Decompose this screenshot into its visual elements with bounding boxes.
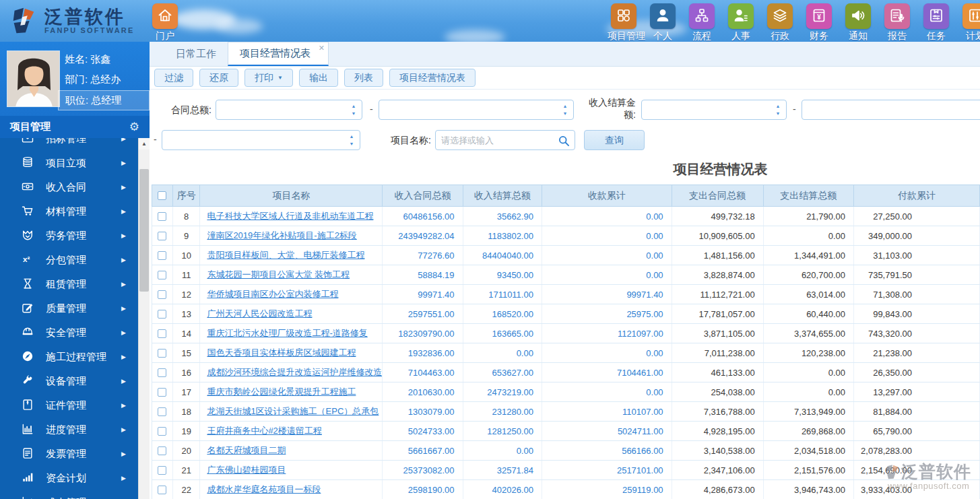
select-all-checkbox[interactable]	[158, 191, 166, 200]
row-checkbox[interactable]	[158, 427, 166, 436]
module-项目管理[interactable]: 项目管理	[608, 3, 640, 42]
income-contract-cell: 58884.19	[383, 265, 463, 285]
sidebar-item-施工过程管理[interactable]: 施工过程管理▶	[0, 345, 138, 369]
profile-title[interactable]: 职位: 总经理	[58, 90, 150, 110]
module-行政[interactable]: 行政	[764, 3, 796, 42]
row-checkbox[interactable]	[158, 486, 166, 494]
module-人事[interactable]: 人事	[725, 3, 757, 42]
sidebar-item-收入合同[interactable]: 收入合同▶	[0, 175, 138, 199]
project-name-link[interactable]: 王府井商务中心#2楼遗留工程	[200, 422, 383, 441]
project-name-link[interactable]: 名都天府城项目二期	[200, 441, 383, 461]
project-name-link[interactable]: 重庆江北污水处理厂级改造工程-道路修复	[200, 324, 383, 343]
sidebar-item-质量管理[interactable]: 质量管理▶	[0, 296, 138, 321]
gear-icon[interactable]: ⚙	[129, 120, 139, 134]
row-checkbox[interactable]	[158, 232, 166, 240]
search-icon[interactable]	[557, 134, 570, 147]
row-checkbox[interactable]	[158, 407, 166, 416]
scrollbar-thumb[interactable]	[139, 169, 149, 292]
restore-button[interactable]: 还原	[199, 69, 238, 87]
report-view-button[interactable]: 项目经营情况表	[389, 69, 476, 87]
project-name-link[interactable]: 国色天香项目实体样板房区域园建工程	[200, 343, 383, 363]
paid-cell: 65,790.00	[853, 422, 979, 441]
export-button[interactable]: 输出	[299, 69, 338, 87]
scrollbar-up-icon[interactable]: ▲	[139, 138, 150, 149]
income-settled-cell: 1183802.00	[463, 226, 542, 246]
project-name-link[interactable]: 潼南区2019年绿化补贴项目-施工2标段	[200, 226, 383, 246]
sidebar-item-安全管理[interactable]: 安全管理▶	[0, 321, 138, 345]
project-name-link[interactable]: 贵阳项目样板间、大堂、电梯厅装修工程	[200, 246, 383, 265]
tab-项目经营情况表[interactable]: 项目经营情况表✕	[228, 42, 329, 66]
table-row: 12华侨城项目南区办公室内装修工程99971.401711011.0099971…	[152, 285, 980, 304]
module-报告[interactable]: 报告	[881, 3, 913, 42]
project-name-link[interactable]: 电子科技大学区域人行道及非机动车道工程	[200, 207, 383, 226]
sidebar-item-发票管理[interactable]: 发票管理▶	[0, 442, 138, 466]
received-cell: 0.00	[542, 226, 672, 246]
contract-total-max-input[interactable]: ▲▼	[379, 100, 574, 120]
contract-total-min-input[interactable]: ▲▼	[216, 100, 362, 120]
chevron-right-icon: ▶	[121, 402, 126, 409]
table-row: 9潼南区2019年绿化补贴项目-施工2标段243949282.041183802…	[152, 226, 980, 246]
expense-settled-cell: 0.00	[763, 226, 853, 246]
income-settle-max-input[interactable]	[802, 100, 980, 120]
row-select-cell	[152, 265, 173, 285]
sidebar-item-劳务管理[interactable]: 劳务管理▶	[0, 224, 138, 248]
spinner-icon[interactable]: ▲▼	[347, 133, 356, 147]
module-label: 报告	[881, 30, 913, 42]
list-button[interactable]: 列表	[344, 69, 383, 87]
project-name-link[interactable]: 华侨城项目南区办公室内装修工程	[200, 285, 383, 304]
table-header-row: 序号 项目名称 收入合同总额 收入结算总额 收款累计 支出合同总额 支出结算总额…	[152, 185, 980, 207]
row-select-cell	[152, 324, 173, 343]
project-name-link[interactable]: 广州天河人民公园改造工程	[200, 304, 383, 324]
sidebar-scrollbar[interactable]: ▲	[138, 138, 150, 499]
project-name-link[interactable]: 东城花园一期项目公寓大堂 装饰工程	[200, 265, 383, 285]
print-button[interactable]: 打印▼	[244, 69, 293, 87]
module-个人[interactable]: 个人	[647, 3, 679, 42]
project-name-link[interactable]: 成都水岸华庭名苑项目一标段	[200, 480, 383, 499]
tab-日常工作[interactable]: 日常工作	[164, 42, 228, 66]
sidebar-item-项目立项[interactable]: 项目立项▶	[0, 151, 138, 175]
received-cell: 5024711.00	[542, 422, 672, 441]
row-checkbox[interactable]	[158, 212, 166, 221]
query-button[interactable]: 查询	[584, 130, 645, 150]
spinner-icon[interactable]: ▲▼	[349, 102, 358, 117]
sidebar-item-租赁管理[interactable]: 租赁管理▶	[0, 272, 138, 296]
sidebar-item-成本管理[interactable]: 成本管理▶	[0, 490, 138, 499]
income-settled-cell: 2473219.00	[463, 382, 542, 402]
row-checkbox[interactable]	[158, 310, 166, 319]
spinner-icon[interactable]: ▲▼	[773, 102, 783, 117]
row-checkbox[interactable]	[158, 290, 166, 299]
portal-button[interactable]: 门户	[150, 3, 180, 42]
row-checkbox[interactable]	[158, 329, 166, 338]
sidebar-item-分包管理[interactable]: x²分包管理▶	[0, 248, 138, 272]
project-name-link[interactable]: 广东佛山碧桂园项目	[200, 461, 383, 480]
sidebar-item-资金计划[interactable]: 资金计划▶	[0, 466, 138, 490]
row-checkbox[interactable]	[158, 446, 166, 455]
sidebar-item-材料管理[interactable]: 材料管理▶	[0, 199, 138, 224]
row-checkbox[interactable]	[158, 349, 166, 358]
sidebar-item-招标管理[interactable]: 招标管理▶	[0, 138, 138, 151]
close-icon[interactable]: ✕	[319, 44, 325, 53]
project-name-link[interactable]: 龙湖天街城1区设计采购施工（EPC）总承包	[200, 402, 383, 422]
project-name-link[interactable]: 重庆市鹅岭公园绿化景观提升工程施工	[200, 382, 383, 402]
project-name-input[interactable]	[435, 130, 575, 150]
row-checkbox[interactable]	[158, 466, 166, 475]
sidebar-item-设备管理[interactable]: 设备管理▶	[0, 369, 138, 393]
range-extra-input[interactable]: ▲▼	[162, 130, 360, 150]
row-checkbox[interactable]	[158, 368, 166, 377]
module-财务[interactable]: ¥财务	[803, 3, 835, 42]
row-checkbox[interactable]	[158, 251, 166, 260]
module-通知[interactable]: 通知	[842, 3, 874, 42]
filter-button[interactable]: 过滤	[154, 69, 193, 87]
module-任务[interactable]: 任务	[920, 3, 952, 42]
module-流程[interactable]: 流程	[686, 3, 718, 42]
sidebar-item-证件管理[interactable]: 证件管理▶	[0, 393, 138, 418]
income-settled-cell: 163665.00	[463, 324, 542, 343]
income-settle-min-input[interactable]: ▲▼	[641, 100, 787, 120]
project-name-link[interactable]: 成都沙河环境综合提升改造运河护岸维修改造	[200, 363, 383, 382]
sidebar-item-进度管理[interactable]: 进度管理▶	[0, 418, 138, 442]
profile-name: 姓名: 张鑫	[65, 51, 110, 67]
row-checkbox[interactable]	[158, 388, 166, 397]
row-checkbox[interactable]	[158, 271, 166, 279]
spinner-icon[interactable]: ▲▼	[560, 102, 570, 117]
module-计划[interactable]: 计划	[959, 3, 980, 42]
